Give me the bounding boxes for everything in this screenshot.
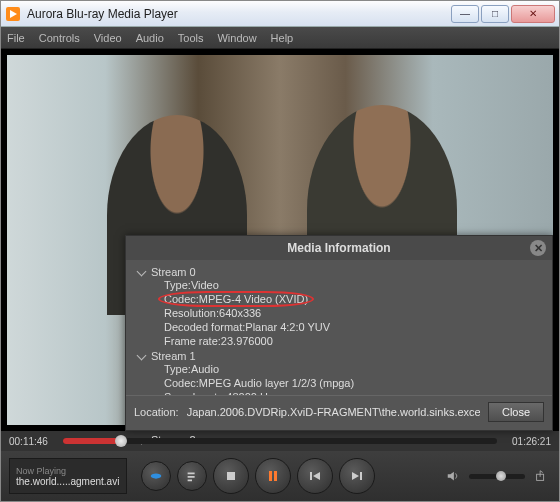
close-button[interactable]: ✕ <box>511 5 555 23</box>
svg-point-2 <box>151 473 162 478</box>
menu-window[interactable]: Window <box>217 32 256 44</box>
maximize-button[interactable]: □ <box>481 5 509 23</box>
svg-marker-11 <box>352 472 359 480</box>
menu-controls[interactable]: Controls <box>39 32 80 44</box>
now-playing-label: Now Playing <box>16 466 120 476</box>
svg-rect-8 <box>274 471 277 481</box>
menubar: File Controls Video Audio Tools Window H… <box>1 27 559 49</box>
open-icon <box>149 469 163 483</box>
volume-button[interactable] <box>443 466 463 486</box>
app-window: Aurora Blu-ray Media Player — □ ✕ File C… <box>0 0 560 502</box>
stream-0-header[interactable]: Stream 0 <box>134 266 544 278</box>
video-area: Media Information ✕ Stream 0 Type:Video … <box>1 49 559 431</box>
svg-rect-3 <box>188 473 195 475</box>
seek-fill <box>63 438 121 444</box>
stop-button[interactable] <box>213 458 249 494</box>
maximize-icon: □ <box>492 8 498 19</box>
close-icon: ✕ <box>529 8 537 19</box>
window-title: Aurora Blu-ray Media Player <box>27 7 451 21</box>
svg-rect-5 <box>188 480 192 482</box>
volume-icon <box>446 469 460 483</box>
playlist-icon <box>185 469 199 483</box>
previous-button[interactable] <box>297 458 333 494</box>
highlighted-codec: Codec:MPEG-4 Video (XVID) <box>164 292 308 306</box>
svg-marker-13 <box>448 472 454 481</box>
current-time: 00:11:46 <box>9 436 55 447</box>
now-playing-file: the.world.....agment.avi <box>16 476 120 487</box>
control-buttons <box>141 458 375 494</box>
dialog-close-icon: ✕ <box>534 242 543 255</box>
next-icon <box>349 468 365 484</box>
stream-0-framerate: Frame rate:23.976000 <box>164 334 544 348</box>
stream-0-type: Type:Video <box>164 278 544 292</box>
stream-1-type: Type:Audio <box>164 362 544 376</box>
close-button[interactable]: Close <box>488 402 544 422</box>
media-info-dialog: Media Information ✕ Stream 0 Type:Video … <box>125 235 553 431</box>
media-info-footer: Location: Japan.2006.DVDRip.XviD-FRAGMEN… <box>126 395 552 430</box>
svg-marker-10 <box>313 472 320 480</box>
volume-thumb[interactable] <box>496 471 506 481</box>
menu-file[interactable]: File <box>7 32 25 44</box>
stream-0: Stream 0 Type:Video Codec:MPEG-4 Video (… <box>134 266 544 348</box>
menu-tools[interactable]: Tools <box>178 32 204 44</box>
stream-1-codec: Codec:MPEG Audio layer 1/2/3 (mpga) <box>164 376 544 390</box>
open-button[interactable] <box>141 461 171 491</box>
stream-1-header[interactable]: Stream 1 <box>134 350 544 362</box>
menu-video[interactable]: Video <box>94 32 122 44</box>
pause-icon <box>265 468 281 484</box>
svg-rect-7 <box>269 471 272 481</box>
svg-rect-4 <box>188 476 195 478</box>
stop-icon <box>223 468 239 484</box>
minimize-icon: — <box>460 8 470 19</box>
svg-rect-9 <box>310 472 312 480</box>
volume-area <box>443 466 551 486</box>
menu-help[interactable]: Help <box>271 32 294 44</box>
stream-0-codec: Codec:MPEG-4 Video (XVID) <box>164 292 544 306</box>
share-button[interactable] <box>531 466 551 486</box>
location-label: Location: <box>134 406 179 418</box>
pause-button[interactable] <box>255 458 291 494</box>
svg-rect-6 <box>227 472 235 480</box>
media-info-title: Media Information ✕ <box>126 236 552 260</box>
share-icon <box>534 469 548 483</box>
menu-audio[interactable]: Audio <box>136 32 164 44</box>
location-value: Japan.2006.DVDRip.XviD-FRAGMENT\the.worl… <box>187 406 480 418</box>
now-playing: Now Playing the.world.....agment.avi <box>9 458 127 494</box>
seek-track[interactable] <box>63 438 497 444</box>
previous-icon <box>307 468 323 484</box>
media-info-title-text: Media Information <box>287 241 390 255</box>
dialog-close-button[interactable]: ✕ <box>530 240 546 256</box>
controls: Now Playing the.world.....agment.avi <box>1 451 559 501</box>
minimize-button[interactable]: — <box>451 5 479 23</box>
app-icon <box>5 6 21 22</box>
stream-0-resolution: Resolution:640x336 <box>164 306 544 320</box>
titlebar: Aurora Blu-ray Media Player — □ ✕ <box>1 1 559 27</box>
stream-0-decoded: Decoded format:Planar 4:2:0 YUV <box>164 320 544 334</box>
window-buttons: — □ ✕ <box>451 5 555 23</box>
next-button[interactable] <box>339 458 375 494</box>
volume-track[interactable] <box>469 474 525 479</box>
playlist-button[interactable] <box>177 461 207 491</box>
svg-rect-12 <box>360 472 362 480</box>
